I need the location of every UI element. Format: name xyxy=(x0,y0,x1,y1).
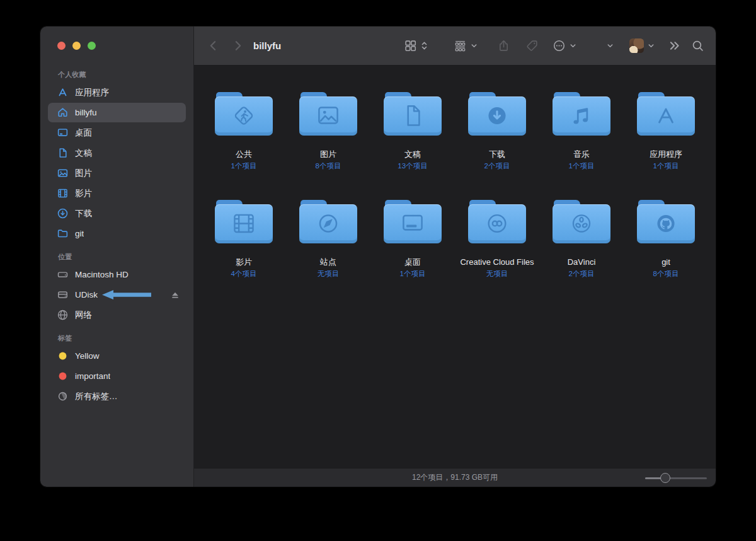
folder-item-count: 无项目 xyxy=(318,269,340,279)
davinci-icon xyxy=(566,212,597,236)
sidebar-item-label: Yellow xyxy=(75,351,100,361)
sidebar-item-movies[interactable]: 影片 xyxy=(48,183,186,203)
sidebar-item-label: 图片 xyxy=(75,168,92,179)
globe-icon xyxy=(57,309,69,321)
close-window-button[interactable] xyxy=(57,42,66,50)
folder-name: 站点 xyxy=(320,257,336,267)
sidebar-item-udisk[interactable]: UDisk xyxy=(48,285,186,305)
share-button[interactable] xyxy=(497,39,510,52)
folder-icon xyxy=(299,200,357,243)
sidebar-item-tag-yellow[interactable]: Yellow xyxy=(48,346,186,366)
sidebar-item-label: 影片 xyxy=(75,188,92,199)
minimize-window-button[interactable] xyxy=(72,42,81,50)
zoom-window-button[interactable] xyxy=(88,42,96,50)
appstore-icon xyxy=(57,86,69,98)
folder-item[interactable]: git8个项目 xyxy=(626,200,706,279)
folder-item-count: 1个项目 xyxy=(231,161,257,171)
folder-item-count: 1个项目 xyxy=(569,161,595,171)
sidebar-item-macintosh-hd[interactable]: Macintosh HD xyxy=(48,265,186,284)
folder-icon xyxy=(384,92,442,136)
sidebar-item-documents[interactable]: 文稿 xyxy=(48,143,186,163)
folder-item[interactable]: 桌面1个项目 xyxy=(373,200,452,279)
folder-name: 下载 xyxy=(489,149,505,160)
folder-item[interactable]: 站点无项目 xyxy=(289,200,368,279)
folder-name: 桌面 xyxy=(404,257,421,267)
desktop-icon xyxy=(57,127,69,139)
sidebar-item-pictures[interactable]: 图片 xyxy=(48,163,186,183)
film-emblem-icon xyxy=(228,212,260,236)
sidebar-item-git[interactable]: git xyxy=(48,224,186,243)
sidebar-item-tag-important[interactable]: important xyxy=(48,366,186,386)
search-button[interactable] xyxy=(691,39,704,52)
sidebar-item-downloads[interactable]: 下载 xyxy=(48,204,186,223)
sidebar-item-label: 所有标签… xyxy=(75,391,118,402)
back-button[interactable] xyxy=(207,39,220,52)
chevron-left-icon xyxy=(207,39,220,52)
sidebar-item-all-tags[interactable]: 所有标签… xyxy=(48,387,186,406)
folder-item-count: 2个项目 xyxy=(484,161,510,171)
group-button[interactable] xyxy=(454,39,478,52)
folder-item[interactable]: DaVinci2个项目 xyxy=(542,200,621,279)
tags-button[interactable] xyxy=(525,39,539,52)
folder-icon xyxy=(637,200,695,243)
sidebar-item-label: 下载 xyxy=(75,208,92,219)
folder-icon xyxy=(468,92,526,136)
folder-item[interactable]: 下载2个项目 xyxy=(457,92,537,171)
folder-icon xyxy=(384,200,442,243)
sidebar-sections: 个人收藏应用程序billyfu桌面文稿图片影片下载git位置Macintosh … xyxy=(40,59,193,407)
sidebar-item-label: Macintosh HD xyxy=(75,270,129,279)
toolbar-overflow-button[interactable] xyxy=(668,39,681,52)
avatar xyxy=(629,38,644,53)
user-account-button[interactable] xyxy=(629,38,655,53)
folder-item[interactable]: Creative Cloud Files无项目 xyxy=(457,200,537,279)
view-switcher-button[interactable] xyxy=(404,39,428,52)
folder-item[interactable]: 图片8个项目 xyxy=(289,92,368,171)
public-sign-icon xyxy=(228,104,260,128)
folder-item-count: 4个项目 xyxy=(231,269,257,279)
sidebar-item-applications[interactable]: 应用程序 xyxy=(48,83,186,102)
eject-button[interactable] xyxy=(169,289,181,301)
sidebar-item-label: 文稿 xyxy=(75,148,92,159)
folder-item-count: 13个项目 xyxy=(398,161,427,171)
folder-name: 文稿 xyxy=(404,149,421,160)
folder-item[interactable]: 应用程序1个项目 xyxy=(626,92,706,171)
sidebar-item-network[interactable]: 网络 xyxy=(48,305,186,325)
actions-button[interactable] xyxy=(553,39,577,52)
share-icon xyxy=(497,39,510,52)
download-circle-icon xyxy=(57,207,69,219)
forward-button[interactable] xyxy=(231,39,244,52)
collapsed-toolbar-item-button[interactable] xyxy=(606,40,614,51)
folder-item[interactable]: 公共1个项目 xyxy=(204,92,284,171)
folder-item[interactable]: 影片4个项目 xyxy=(204,200,284,279)
chevron-right-icon xyxy=(231,39,244,52)
folder-icon xyxy=(57,228,69,240)
tag-dot-icon xyxy=(57,370,69,382)
window-controls xyxy=(40,26,193,59)
folder-grid: 公共1个项目图片8个项目文稿13个项目下载2个项目音乐1个项目应用程序1个项目影… xyxy=(194,66,716,468)
desktop-background: 个人收藏应用程序billyfu桌面文稿图片影片下载git位置Macintosh … xyxy=(0,0,756,541)
chevron-down-icon xyxy=(647,40,655,51)
sidebar-item-label: important xyxy=(75,371,110,381)
folder-item[interactable]: 文稿13个项目 xyxy=(373,92,452,171)
folder-item-count: 无项目 xyxy=(486,269,508,279)
tag-dot-icon xyxy=(57,350,69,362)
document-icon xyxy=(57,147,69,159)
folder-item-count: 1个项目 xyxy=(653,161,679,171)
folder-name: 音乐 xyxy=(573,149,590,160)
sidebar-item-desktop[interactable]: 桌面 xyxy=(48,123,186,143)
sidebar-item-billyfu[interactable]: billyfu xyxy=(48,103,186,122)
folder-icon xyxy=(553,200,610,243)
home-icon xyxy=(57,107,69,119)
folder-icon xyxy=(215,92,273,136)
icon-zoom-slider[interactable] xyxy=(645,473,707,483)
sidebar: 个人收藏应用程序billyfu桌面文稿图片影片下载git位置Macintosh … xyxy=(40,26,194,487)
creative-cloud-icon xyxy=(481,212,513,236)
slider-thumb[interactable] xyxy=(660,473,670,483)
music-emblem-icon xyxy=(566,104,597,128)
folder-name: 图片 xyxy=(320,149,336,160)
folder-item[interactable]: 音乐1个项目 xyxy=(542,92,621,171)
folder-item-count: 8个项目 xyxy=(653,269,679,279)
folder-name: git xyxy=(662,257,670,267)
document-emblem-icon xyxy=(397,104,428,128)
folder-name: 应用程序 xyxy=(650,149,682,160)
